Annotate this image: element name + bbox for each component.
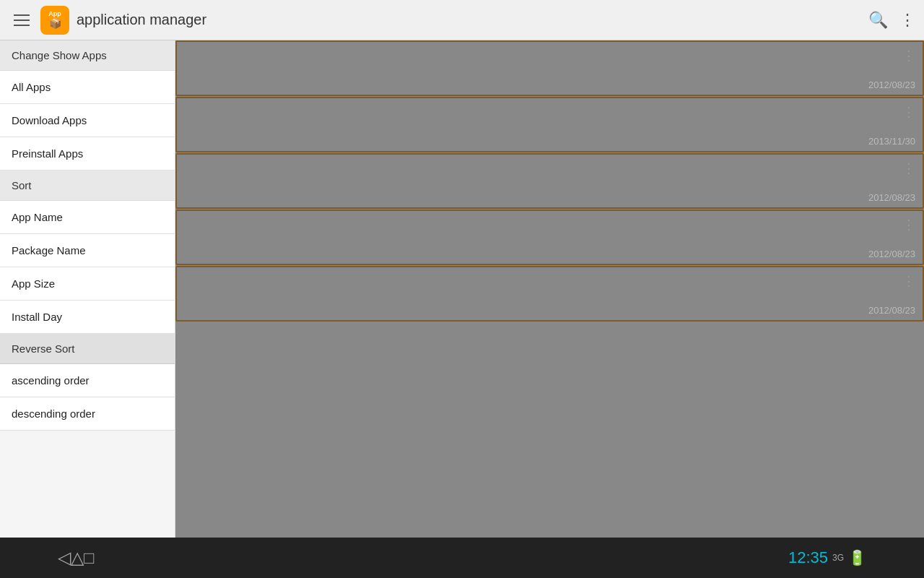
recents-button[interactable]: □ — [84, 548, 95, 568]
main-layout: Change Show Apps All Apps Download Apps … — [0, 40, 924, 578]
row-date: 2013/11/30 — [868, 136, 915, 147]
topbar-icons: 🔍 ⋮ — [868, 11, 915, 30]
row-date: 2012/08/23 — [868, 305, 915, 316]
row-more-icon[interactable]: ⋮ — [902, 48, 915, 64]
app-row: ⋮ 2012/08/23 — [175, 266, 924, 322]
hamburger-button[interactable] — [9, 7, 35, 33]
home-button[interactable]: △ — [71, 548, 84, 568]
row-more-icon[interactable]: ⋮ — [902, 104, 915, 120]
topbar: App📦 application manager 🔍 ⋮ — [0, 0, 924, 40]
sidebar: Change Show Apps All Apps Download Apps … — [0, 40, 175, 578]
sidebar-item-descending[interactable]: descending order — [0, 397, 175, 431]
status-bar-right: 12:35 3G 🔋 — [788, 548, 866, 567]
sidebar-item-ascending[interactable]: ascending order — [0, 364, 175, 397]
row-date: 2012/08/23 — [868, 192, 915, 203]
row-date: 2012/08/23 — [868, 249, 915, 259]
battery-icon: 🔋 — [848, 549, 866, 566]
sidebar-item-download-apps[interactable]: Download Apps — [0, 104, 175, 137]
search-icon[interactable]: 🔍 — [868, 11, 888, 30]
sidebar-item-app-name[interactable]: App Name — [0, 201, 175, 234]
reverse-sort-header: Reverse Sort — [0, 334, 175, 364]
app-title: application manager — [77, 12, 868, 28]
sidebar-item-install-day[interactable]: Install Day — [0, 301, 175, 334]
sidebar-item-package-name[interactable]: Package Name — [0, 234, 175, 267]
back-button[interactable]: ◁ — [58, 548, 71, 568]
clock: 12:35 — [788, 548, 828, 567]
app-row: ⋮ 2013/11/30 — [175, 97, 924, 152]
row-date: 2012/08/23 — [868, 79, 915, 90]
sort-header: Sort — [0, 171, 175, 201]
change-show-apps-header: Change Show Apps — [0, 40, 175, 71]
sidebar-item-preinstall-apps[interactable]: Preinstall Apps — [0, 137, 175, 171]
app-row: ⋮ 2012/08/23 — [175, 210, 924, 265]
signal-indicator: 3G — [832, 553, 844, 563]
row-more-icon[interactable]: ⋮ — [902, 160, 915, 176]
app-row: ⋮ 2012/08/23 — [175, 153, 924, 209]
sidebar-item-all-apps[interactable]: All Apps — [0, 71, 175, 104]
row-more-icon[interactable]: ⋮ — [902, 217, 915, 233]
app-row: ⋮ 2012/08/23 — [175, 40, 924, 96]
app-icon: App📦 — [40, 6, 69, 35]
bottom-navigation-bar: ◁ △ □ 12:35 3G 🔋 — [0, 538, 924, 578]
sidebar-item-app-size[interactable]: App Size — [0, 267, 175, 301]
content-area: ⋮ 2012/08/23 ⋮ 2013/11/30 ⋮ 2012/08/23 ⋮… — [175, 40, 924, 578]
more-options-icon[interactable]: ⋮ — [899, 11, 915, 30]
row-more-icon[interactable]: ⋮ — [902, 273, 915, 289]
